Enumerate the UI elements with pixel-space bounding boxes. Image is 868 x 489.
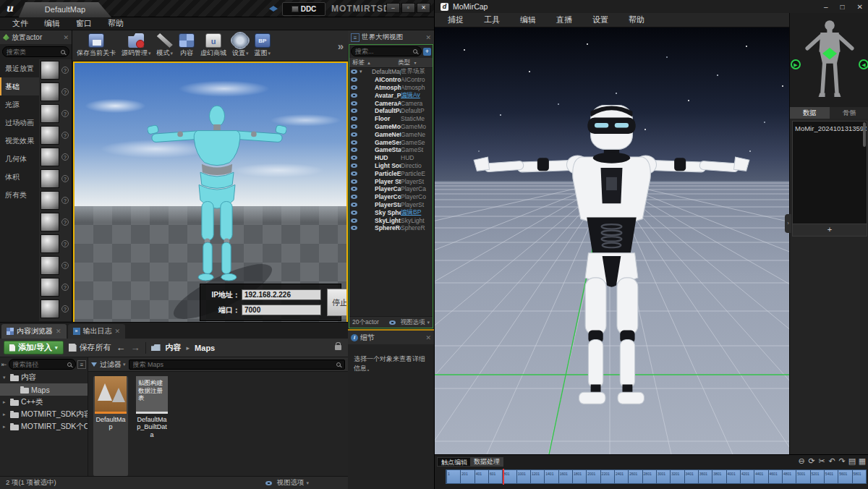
visibility-eye-icon[interactable] bbox=[351, 171, 357, 176]
help-icon[interactable] bbox=[61, 153, 69, 161]
box-icon[interactable] bbox=[41, 278, 59, 297]
redo-icon[interactable]: ↷ bbox=[838, 456, 846, 466]
visibility-eye-icon[interactable] bbox=[351, 179, 357, 184]
help-icon[interactable] bbox=[61, 88, 69, 95]
visibility-eye-icon[interactable] bbox=[351, 85, 357, 90]
category-item[interactable]: 光源 bbox=[0, 95, 39, 114]
visibility-eye-icon[interactable] bbox=[351, 195, 357, 199]
undo-icon[interactable]: ↶ bbox=[827, 456, 836, 466]
close-icon[interactable]: ✕ bbox=[63, 34, 69, 41]
view-options-button[interactable]: 视图选项▾ bbox=[389, 318, 430, 327]
ue-viewport[interactable]: IP地址： 停止 端口： bbox=[73, 61, 348, 329]
tab-data[interactable]: 数据 bbox=[790, 107, 830, 119]
chevron-down-icon[interactable]: ▾ bbox=[148, 51, 151, 56]
filter-funnel-icon[interactable] bbox=[91, 362, 97, 367]
category-item[interactable]: 几何体 bbox=[0, 150, 39, 168]
help-icon[interactable] bbox=[61, 110, 69, 117]
expander-icon[interactable]: ▸ bbox=[3, 412, 8, 417]
save-icon[interactable]: ▤ bbox=[848, 456, 856, 466]
add-import-button[interactable]: 添加/导入▾ bbox=[4, 341, 64, 354]
map-thumbnail[interactable] bbox=[95, 376, 127, 414]
tab-skeleton[interactable]: 骨骼 bbox=[830, 107, 868, 119]
visibility-eye-icon[interactable] bbox=[351, 211, 357, 215]
close-button[interactable]: ✕ bbox=[857, 3, 863, 11]
category-item[interactable]: 所有类 bbox=[0, 186, 39, 204]
tree-item[interactable]: ▸ MOTMIRT_SDK个C++ bbox=[0, 420, 88, 433]
add-filter-icon[interactable] bbox=[423, 48, 431, 56]
place-actor-item[interactable] bbox=[39, 146, 72, 168]
visibility-eye-icon[interactable] bbox=[351, 69, 357, 74]
menu-item[interactable]: 编辑 bbox=[38, 18, 67, 29]
toolbar-button[interactable]: 保存当前关卡 bbox=[77, 33, 116, 58]
category-item[interactable]: 最近放置 bbox=[0, 59, 39, 77]
toolbar-button[interactable]: 设置▾ bbox=[232, 33, 249, 58]
outliner-row[interactable]: Light Sourc Directio bbox=[349, 162, 433, 170]
path-search[interactable] bbox=[9, 359, 76, 370]
empty-actor-icon[interactable] bbox=[41, 61, 59, 80]
ip-input[interactable] bbox=[242, 289, 321, 300]
scrollbar-thumb[interactable] bbox=[863, 122, 866, 147]
chevron-down-icon[interactable]: ▾ bbox=[171, 51, 174, 56]
minimize-button[interactable]: – bbox=[386, 3, 400, 13]
cylinder-icon[interactable] bbox=[41, 213, 59, 231]
visibility-eye-icon[interactable] bbox=[351, 116, 357, 121]
cone-icon[interactable] bbox=[41, 234, 59, 253]
outliner-row[interactable]: DefaultPav DefaultP bbox=[349, 107, 433, 115]
add-recording-button[interactable]: + bbox=[793, 224, 867, 236]
outliner-row[interactable]: Atmospher Atmosph bbox=[349, 84, 433, 92]
chevron-down-icon[interactable]: ▾ bbox=[246, 51, 249, 56]
maximize-button[interactable]: □ bbox=[841, 3, 845, 11]
category-item[interactable]: 体积 bbox=[0, 168, 39, 186]
visibility-eye-icon[interactable] bbox=[351, 156, 357, 160]
place-actor-item[interactable] bbox=[39, 81, 72, 103]
close-icon[interactable]: ✕ bbox=[425, 34, 431, 41]
outliner-row[interactable]: Player Star PlayerSt bbox=[349, 177, 433, 185]
outliner-row[interactable]: ParticleEve ParticleE bbox=[349, 169, 433, 177]
visibility-eye-icon[interactable] bbox=[351, 140, 357, 145]
outliner-row[interactable]: GameMode GameMo bbox=[349, 123, 433, 131]
visibility-eye-icon[interactable] bbox=[351, 93, 357, 98]
menu-item[interactable]: 帮助 bbox=[618, 14, 655, 25]
visibility-eye-icon[interactable] bbox=[351, 77, 357, 82]
outliner-row[interactable]: AIControlle AIContro bbox=[349, 76, 433, 84]
outliner-row[interactable]: ▾ DefaultMap 世界场景 bbox=[349, 68, 433, 76]
close-icon[interactable]: ✕ bbox=[425, 334, 431, 341]
outliner-row[interactable]: CameraAct Camera bbox=[349, 99, 433, 107]
data-process-tab[interactable]: 数据处理 bbox=[470, 457, 503, 467]
momir-titlebar[interactable]: MoMirCap – □ ✕ bbox=[435, 0, 868, 13]
visibility-eye-icon[interactable] bbox=[351, 148, 357, 152]
outliner-tab[interactable]: 世界大纲视图 ✕ bbox=[348, 30, 434, 44]
toolbar-overflow-chevron[interactable]: » bbox=[338, 40, 344, 52]
place-actor-item[interactable] bbox=[39, 276, 72, 298]
place-actor-item[interactable] bbox=[39, 255, 72, 276]
character-icon[interactable] bbox=[41, 82, 59, 101]
play-button[interactable]: ▶ bbox=[791, 59, 801, 69]
visibility-eye-icon[interactable] bbox=[351, 132, 357, 137]
menu-item[interactable]: 直播 bbox=[546, 14, 582, 25]
outliner-row[interactable]: GameState GameSt bbox=[349, 146, 433, 154]
help-icon[interactable] bbox=[61, 197, 69, 204]
tree-item[interactable]: ▸ C++类 bbox=[0, 396, 88, 408]
help-icon[interactable] bbox=[61, 175, 69, 182]
class-search[interactable] bbox=[2, 46, 69, 57]
menu-item[interactable]: 帮助 bbox=[101, 18, 130, 29]
expander-icon[interactable]: ▾ bbox=[359, 69, 365, 75]
feedback-icon[interactable] bbox=[269, 6, 278, 12]
level-tab[interactable]: DefaultMap bbox=[19, 2, 111, 17]
body-diagram[interactable] bbox=[802, 19, 857, 104]
outliner-row[interactable]: SphereRefl SphereR bbox=[349, 224, 433, 232]
back-button[interactable]: ← bbox=[116, 342, 126, 353]
builtdata-thumbnail[interactable]: 贴图构建数据注册表 bbox=[136, 376, 168, 414]
cube-icon[interactable] bbox=[41, 169, 59, 188]
breadcrumb-current[interactable]: Maps bbox=[195, 344, 215, 352]
cut-icon[interactable]: ✂ bbox=[817, 456, 826, 466]
filters-button[interactable]: 过滤器▾ bbox=[100, 360, 126, 370]
menu-item[interactable]: 窗口 bbox=[69, 18, 98, 29]
help-icon[interactable] bbox=[61, 240, 69, 247]
maximize-button[interactable]: ▫ bbox=[401, 3, 415, 13]
column-type[interactable]: 类型 ▾ bbox=[398, 59, 430, 67]
outliner-row[interactable]: GameNetw GameNe bbox=[349, 130, 433, 138]
asset-builtdata[interactable]: 贴图构建数据注册表 DefaultMap_BuiltData bbox=[135, 376, 169, 476]
place-actor-item[interactable] bbox=[39, 103, 72, 124]
asset-search[interactable] bbox=[129, 360, 345, 370]
